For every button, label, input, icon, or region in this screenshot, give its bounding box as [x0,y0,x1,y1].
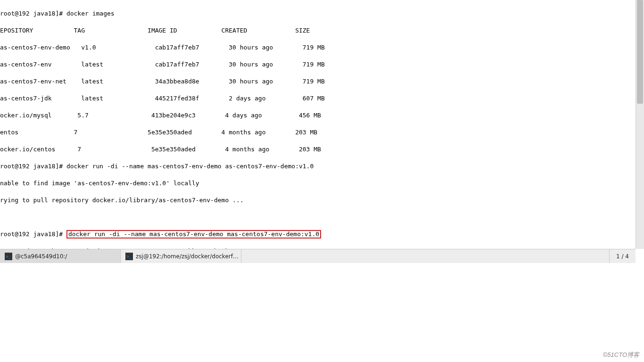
cmd-text: docker run -di --name mas-centos7-env-de… [66,163,314,170]
watermark-text: ©51CTO博客 [603,351,639,359]
table-header: EPOSITORY TAG IMAGE ID CREATED SIZE [0,26,636,35]
table-row: ocker.io/centos 7 5e35e350aded 4 months … [0,145,636,154]
task-tab-terminal-1[interactable]: @c5a964549d10:/ [0,249,121,263]
table-row: as-centos7-jdk latest 445217fed38f 2 day… [0,94,636,103]
table-row: as-centos7-env-demo v1.0 cab17aff7eb7 30… [0,43,636,52]
table-row: as-centos7-env latest cab17aff7eb7 30 ho… [0,60,636,69]
terminal-icon [125,253,133,260]
pager-label: 1 / 4 [616,253,629,260]
task-label: @c5a964549d10:/ [15,253,67,260]
table-row: ocker.io/mysql 5.7 413be204e9c3 4 days a… [0,111,636,120]
workspace-pager[interactable]: 1 / 4 [609,249,636,263]
window-taskbar: @c5a964549d10:/ zsj@192:/home/zsj/docker… [0,249,636,263]
output-text: nable to find image 'as-centos7-env-demo… [0,179,636,188]
task-label: zsj@192:/home/zsj/docker/dockerf… [136,253,239,260]
task-tab-terminal-2[interactable]: zsj@192:/home/zsj/docker/dockerf… [121,249,241,263]
scrollbar-thumb[interactable] [637,0,643,104]
terminal-panel[interactable]: root@192 java18]# docker images EPOSITOR… [0,0,636,249]
shell-prompt: root@192 java18]# [0,230,63,238]
highlighted-command: docker run -di --name mas-centos7-env-de… [66,230,321,239]
terminal-output: root@192 java18]# docker images EPOSITOR… [0,0,636,249]
vertical-scrollbar[interactable] [636,0,644,249]
shell-prompt: root@192 java18]# [0,163,63,170]
output-text: rying to pull repository docker.io/libra… [0,196,636,205]
table-row: entos 7 5e35e350aded 4 months ago 203 MB [0,128,636,137]
terminal-icon [5,253,12,260]
shell-prompt: root@192 java18]# [0,10,63,17]
cmd-text: docker images [66,10,115,17]
table-row: as-centos7-env-net latest 34a3bbea8d8e 3… [0,77,636,86]
